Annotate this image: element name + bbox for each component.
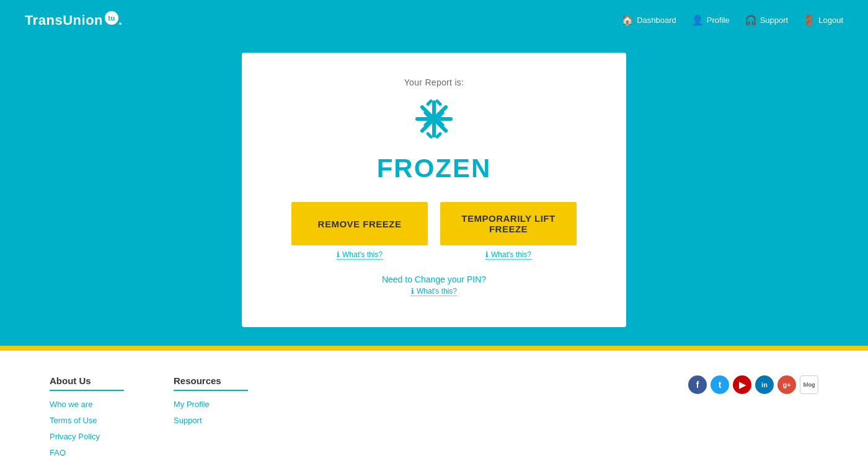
svg-rect-7 (435, 131, 442, 139)
footer-columns: About Us Who we are Terms of Use Privacy… (50, 375, 248, 456)
footer: About Us Who we are Terms of Use Privacy… (0, 351, 868, 456)
snowflake-icon (412, 97, 456, 147)
footer-accent-bar (0, 346, 868, 351)
nav-support-label: Support (760, 15, 789, 25)
footer-support[interactable]: Support (174, 416, 202, 425)
logo-dot: . (118, 12, 123, 28)
whats-this-lift-label: What's this? (491, 250, 531, 259)
info-icon-lift: ℹ (485, 250, 489, 259)
nav-dashboard-label: Dashboard (637, 15, 676, 25)
support-icon: 🎧 (745, 14, 757, 26)
nav-logout-label: Logout (818, 15, 843, 25)
linkedin-icon[interactable]: in (755, 375, 774, 394)
lift-freeze-button[interactable]: TEMPORARILY LIFT FREEZE (440, 202, 577, 245)
footer-resources: Resources My Profile Support (174, 375, 248, 456)
facebook-icon[interactable]: f (688, 375, 707, 394)
footer-faq[interactable]: FAQ (50, 448, 66, 456)
social-icons: f t ▶ in g+ blog (688, 375, 818, 394)
nav-profile-label: Profile (707, 15, 730, 25)
whats-this-remove-link[interactable]: ℹ What's this? (337, 250, 383, 260)
svg-rect-6 (426, 131, 433, 139)
twitter-icon[interactable]: t (711, 375, 729, 394)
nav-logout[interactable]: 🚪 Logout (803, 14, 843, 26)
logout-icon: 🚪 (803, 14, 815, 26)
nav-support[interactable]: 🎧 Support (745, 14, 789, 26)
footer-who-we-are[interactable]: Who we are (50, 400, 92, 409)
whats-this-lift-container: ℹ What's this? (440, 250, 577, 260)
logo-text: TransUnion (25, 12, 103, 28)
info-icon-remove: ℹ (337, 250, 340, 259)
freeze-buttons: REMOVE FREEZE TEMPORARILY LIFT FREEZE (273, 202, 595, 245)
about-us-heading: About Us (50, 375, 124, 391)
pin-section: Need to Change your PIN? ℹ What's this? (382, 274, 486, 296)
nav-dashboard[interactable]: 🏠 Dashboard (621, 14, 676, 26)
change-pin-link[interactable]: Need to Change your PIN? (382, 274, 486, 284)
svg-rect-5 (435, 99, 442, 107)
profile-icon: 👤 (691, 14, 704, 26)
footer-my-profile[interactable]: My Profile (174, 400, 210, 409)
about-us-links: Who we are Terms of Use Privacy Policy F… (50, 398, 124, 456)
report-label: Your Report is: (404, 77, 464, 87)
main-nav: 🏠 Dashboard 👤 Profile 🎧 Support 🚪 Logout (621, 14, 843, 26)
logo: TransUniontu. (25, 11, 123, 30)
whats-this-remove-label: What's this? (342, 250, 383, 259)
blog-icon[interactable]: blog (800, 375, 818, 394)
resources-links: My Profile Support (174, 398, 248, 426)
nav-profile[interactable]: 👤 Profile (691, 14, 730, 26)
info-icon-pin: ℹ (411, 287, 414, 296)
svg-rect-4 (426, 99, 433, 107)
remove-freeze-button[interactable]: REMOVE FREEZE (291, 202, 428, 245)
frozen-status: FROZEN (377, 154, 492, 183)
resources-heading: Resources (174, 375, 248, 391)
youtube-icon[interactable]: ▶ (733, 375, 751, 394)
footer-about-us: About Us Who we are Terms of Use Privacy… (50, 375, 124, 456)
whats-this-row: ℹ What's this? ℹ What's this? (273, 250, 595, 260)
logo-badge: tu (105, 11, 118, 25)
whats-this-pin-label: What's this? (417, 287, 457, 296)
header: TransUniontu. 🏠 Dashboard 👤 Profile 🎧 Su… (0, 0, 868, 40)
freeze-card: Your Report is: (242, 53, 626, 327)
googleplus-icon[interactable]: g+ (777, 375, 796, 394)
whats-this-pin-link[interactable]: ℹ What's this? (411, 287, 457, 296)
footer-top: About Us Who we are Terms of Use Privacy… (50, 375, 818, 456)
footer-terms-of-use[interactable]: Terms of Use (50, 416, 97, 425)
whats-this-remove-container: ℹ What's this? (291, 250, 428, 260)
footer-privacy-policy[interactable]: Privacy Policy (50, 432, 100, 441)
main-content: Your Report is: (0, 40, 868, 346)
whats-this-lift-link[interactable]: ℹ What's this? (485, 250, 531, 260)
home-icon: 🏠 (621, 14, 634, 26)
